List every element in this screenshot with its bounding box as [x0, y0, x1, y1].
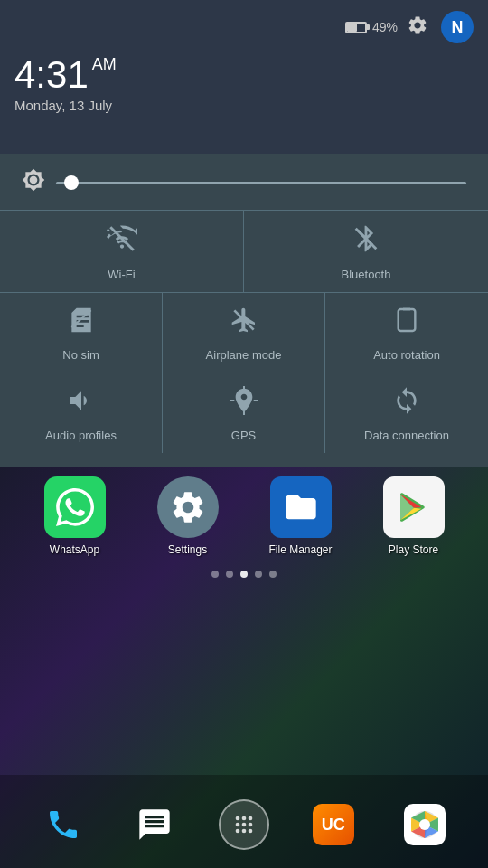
data-icon — [392, 386, 421, 421]
filemanager-label: File Manager — [268, 543, 332, 556]
app-icons-row: WhatsApp Settings File Manager — [0, 467, 488, 556]
battery-icon — [345, 22, 367, 33]
time-display: 4:31AM — [14, 56, 474, 94]
toggle-grid-row2: No sim Airplane mode Auto rotation — [0, 293, 488, 373]
bluetooth-label: Bluetooth — [342, 268, 391, 281]
bluetooth-toggle[interactable]: Bluetooth — [244, 211, 488, 292]
wifi-label: Wi-Fi — [108, 268, 135, 281]
playstore-label: Play Store — [389, 543, 438, 556]
whatsapp-icon — [44, 476, 106, 538]
svg-point-11 — [236, 823, 240, 827]
dot-4[interactable] — [255, 571, 262, 578]
svg-point-13 — [249, 823, 253, 827]
settings-icon[interactable] — [407, 14, 432, 40]
dot-3[interactable] — [240, 571, 248, 578]
app-drawer-button[interactable] — [219, 799, 269, 850]
nd-icon: N — [441, 11, 474, 43]
rotation-toggle[interactable]: Auto rotation — [325, 293, 488, 373]
toggle-grid-row3: Audio profiles GPS Data connection — [0, 373, 488, 453]
settings-app-icon — [157, 476, 219, 538]
airplane-label: Airplane mode — [206, 348, 282, 362]
rotation-icon — [392, 306, 421, 341]
dot-2[interactable] — [226, 571, 233, 578]
brightness-icon — [22, 168, 45, 197]
dot-1[interactable] — [211, 571, 219, 578]
brightness-row — [0, 163, 488, 210]
svg-point-8 — [236, 816, 240, 821]
page-dots — [0, 571, 488, 578]
toggle-grid-row1: Wi-Fi Bluetooth — [0, 210, 488, 293]
filemanager-icon — [270, 476, 332, 538]
gps-icon — [230, 386, 258, 421]
messages-dock-item[interactable] — [127, 797, 182, 852]
svg-point-16 — [249, 829, 253, 834]
svg-point-12 — [242, 823, 247, 827]
battery-indicator: 49% — [345, 20, 398, 34]
bottom-dock: UC — [0, 775, 488, 868]
dot-5[interactable] — [269, 571, 277, 578]
airplane-toggle[interactable]: Airplane mode — [163, 293, 325, 373]
airplane-icon — [230, 306, 258, 341]
photos-dock-item[interactable] — [398, 797, 452, 852]
phone-dock-item[interactable] — [36, 797, 90, 852]
date-display: Monday, 13 July — [14, 98, 474, 113]
filemanager-icon-item[interactable]: File Manager — [256, 476, 346, 556]
gps-label: GPS — [231, 429, 256, 442]
wifi-icon — [107, 223, 137, 260]
nosim-label: No sim — [62, 348, 99, 362]
status-icons: 49% N — [14, 11, 474, 43]
whatsapp-label: WhatsApp — [50, 543, 99, 556]
playstore-icon-item[interactable]: Play Store — [369, 476, 459, 556]
brightness-slider[interactable] — [56, 182, 466, 184]
brightness-thumb — [64, 175, 79, 190]
svg-rect-3 — [399, 309, 416, 331]
playstore-icon — [383, 476, 445, 538]
audio-toggle[interactable]: Audio profiles — [0, 373, 163, 453]
nosim-toggle[interactable]: No sim — [0, 293, 163, 373]
audio-label: Audio profiles — [45, 429, 117, 442]
audio-icon — [67, 386, 96, 421]
rotation-label: Auto rotation — [373, 348, 440, 362]
status-bar: 49% N 4:31AM Monday, 13 July — [0, 0, 488, 154]
svg-point-15 — [242, 829, 247, 834]
data-toggle[interactable]: Data connection — [325, 373, 488, 453]
whatsapp-icon-item[interactable]: WhatsApp — [30, 476, 120, 556]
battery-fill — [347, 24, 357, 32]
ucbrowser-dock-item[interactable]: UC — [306, 797, 361, 852]
settings-icon-item[interactable]: Settings — [143, 476, 233, 556]
settings-label: Settings — [168, 543, 207, 556]
wifi-toggle[interactable]: Wi-Fi — [0, 211, 244, 292]
svg-point-10 — [249, 816, 253, 821]
gps-toggle[interactable]: GPS — [163, 373, 325, 453]
battery-percent: 49% — [372, 20, 398, 34]
home-screen: WhatsApp Settings File Manager — [0, 467, 488, 868]
svg-point-9 — [242, 816, 247, 821]
svg-point-17 — [419, 819, 430, 830]
bluetooth-icon — [351, 223, 381, 260]
nosim-icon — [67, 306, 96, 341]
quick-settings-panel: Wi-Fi Bluetooth No sim — [0, 154, 488, 467]
data-label: Data connection — [364, 429, 449, 442]
svg-point-14 — [236, 829, 240, 834]
